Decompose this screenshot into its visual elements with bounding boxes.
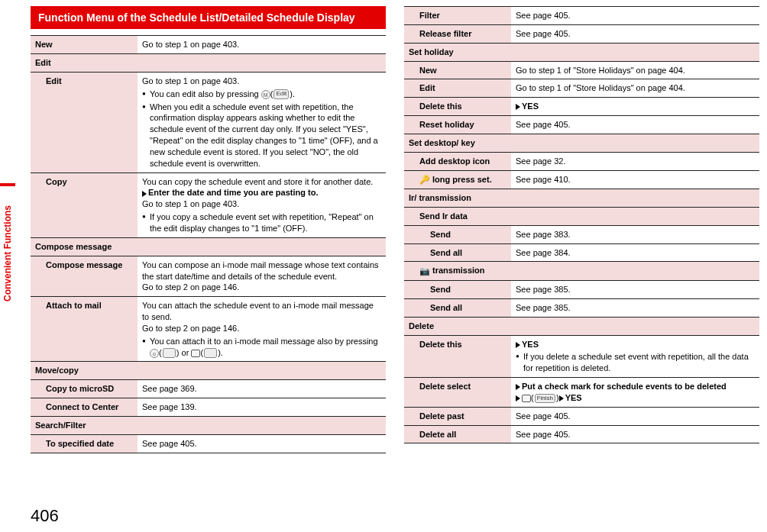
group-delete: Delete bbox=[404, 317, 759, 335]
dthis-yes: YES bbox=[522, 340, 539, 349]
label-hnew: New bbox=[404, 61, 511, 79]
finish-softkey: Finish bbox=[535, 394, 555, 404]
desc-hnew: Go to step 1 of "Store Holidays" on page… bbox=[511, 61, 759, 79]
group-compose: Compose message bbox=[31, 237, 386, 256]
desc-microsd: See page 369. bbox=[138, 380, 386, 398]
side-tab-label: Convenient Functions bbox=[2, 205, 13, 301]
edit-b1a: You can edit also by pressing bbox=[150, 89, 261, 98]
label-connect: Connect to Center bbox=[31, 398, 138, 417]
desc-filter: See page 405. bbox=[511, 7, 759, 25]
dselect-tri1: Put a check mark for schedule events to … bbox=[522, 382, 727, 391]
row-connect: Connect to Center See page 139. bbox=[31, 398, 386, 417]
label-hreset: Reset holiday bbox=[404, 116, 511, 134]
softkey-blank2 bbox=[204, 348, 217, 358]
label-icsend: Send bbox=[404, 281, 511, 299]
triangle-icon bbox=[142, 191, 147, 197]
label-dpast: Delete past bbox=[404, 407, 511, 425]
desc-icsendall: See page 385. bbox=[511, 298, 759, 317]
triangle-icon bbox=[516, 342, 520, 348]
label-irsendall: Send all bbox=[404, 243, 511, 262]
group-ictrans: 📷 transmission bbox=[404, 262, 759, 281]
right-column: Filter See page 405. Release filter See … bbox=[404, 0, 759, 501]
label-attach: Attach to mail bbox=[31, 297, 138, 362]
desc-new: Go to step 1 on page 403. bbox=[138, 36, 386, 54]
longpress-text: long press set. bbox=[430, 175, 492, 184]
attach-or: or bbox=[179, 348, 191, 357]
dthis-bullet: If you delete a schedule set event with … bbox=[516, 351, 755, 374]
label-microsd: Copy to microSD bbox=[31, 380, 138, 398]
group-sendir-label: Send Ir data bbox=[404, 207, 759, 225]
group-edit: Edit bbox=[31, 54, 386, 73]
attach-bullet1: You can attach it to an i-mode mail mess… bbox=[142, 336, 381, 359]
desc-irsendall: See page 384. bbox=[511, 243, 759, 262]
label-longpress: 🔑 long press set. bbox=[404, 170, 511, 189]
row-microsd: Copy to microSD See page 369. bbox=[31, 380, 386, 398]
triangle-icon bbox=[516, 395, 520, 401]
row-dpast: Delete past See page 405. bbox=[404, 407, 759, 425]
group-desktop: Set desktop/ key bbox=[404, 134, 759, 152]
row-irsendall: Send all See page 384. bbox=[404, 243, 759, 262]
triangle-icon bbox=[516, 384, 520, 390]
group-holiday-label: Set holiday bbox=[404, 43, 759, 61]
row-release: Release filter See page 405. bbox=[404, 24, 759, 43]
desc-compose: You can compose an i-mode mail message w… bbox=[138, 256, 386, 297]
mail-key-icon bbox=[191, 350, 200, 357]
group-delete-label: Delete bbox=[404, 317, 759, 335]
row-dthis: Delete this YES If you delete a schedule… bbox=[404, 335, 759, 378]
edit-softkey: Edit bbox=[273, 89, 289, 99]
group-search-label: Search/Filter bbox=[31, 416, 386, 434]
hdelete-yes: YES bbox=[522, 102, 539, 111]
row-attach: Attach to mail You can attach the schedu… bbox=[31, 297, 386, 362]
row-hreset: Reset holiday See page 405. bbox=[404, 116, 759, 134]
key-icon: o bbox=[150, 349, 159, 358]
group-search: Search/Filter bbox=[31, 416, 386, 434]
label-filter: Filter bbox=[404, 7, 511, 25]
desc-copy: You can copy the schedule event and stor… bbox=[138, 172, 386, 237]
row-tospec: To specified date See page 405. bbox=[31, 434, 386, 453]
group-desktop-label: Set desktop/ key bbox=[404, 134, 759, 152]
label-edit: Edit bbox=[31, 72, 138, 172]
desc-release: See page 405. bbox=[511, 24, 759, 43]
copy-line2: Go to step 1 on page 403. bbox=[142, 199, 239, 208]
desc-dpast: See page 405. bbox=[511, 407, 759, 425]
row-new: New Go to step 1 on page 403. bbox=[31, 36, 386, 54]
group-sendir: Send Ir data bbox=[404, 207, 759, 225]
label-dselect: Delete select bbox=[404, 378, 511, 408]
group-compose-label: Compose message bbox=[31, 237, 386, 256]
row-copy: Copy You can copy the schedule event and… bbox=[31, 172, 386, 237]
dselect-yes: YES bbox=[565, 393, 582, 402]
row-dselect: Delete select Put a check mark for sched… bbox=[404, 378, 759, 408]
ictrans-text: transmission bbox=[430, 266, 485, 275]
row-dall: Delete all See page 405. bbox=[404, 425, 759, 443]
ic-icon: 📷 bbox=[419, 266, 430, 277]
label-hedit: Edit bbox=[404, 79, 511, 98]
label-dall: Delete all bbox=[404, 425, 511, 443]
edit-b1b: . bbox=[293, 89, 295, 98]
desc-connect: See page 139. bbox=[138, 398, 386, 417]
row-icsend: Send See page 385. bbox=[404, 281, 759, 299]
row-hdelete: Delete this YES bbox=[404, 98, 759, 116]
row-hnew: New Go to step 1 of "Store Holidays" on … bbox=[404, 61, 759, 79]
edit-bullet1: You can edit also by pressing M(Edit). bbox=[142, 89, 381, 100]
row-icsendall: Send all See page 385. bbox=[404, 298, 759, 317]
side-tab: Convenient Functions bbox=[0, 183, 15, 321]
menu-key-icon: M bbox=[261, 90, 270, 99]
row-hedit: Edit Go to step 1 of "Store Holidays" on… bbox=[404, 79, 759, 98]
edit-line1: Go to step 1 on page 403. bbox=[142, 76, 239, 85]
page-content: Function Menu of the Schedule List/Detai… bbox=[31, 0, 759, 501]
attach-line1: You can attach the schedule event to an … bbox=[142, 301, 374, 321]
label-hdelete: Delete this bbox=[404, 98, 511, 116]
desc-dall: See page 405. bbox=[511, 425, 759, 443]
desc-longpress: See page 410. bbox=[511, 170, 759, 189]
left-column: Function Menu of the Schedule List/Detai… bbox=[31, 0, 386, 501]
desc-attach: You can attach the schedule event to an … bbox=[138, 297, 386, 362]
group-edit-label: Edit bbox=[31, 54, 386, 73]
label-dthis: Delete this bbox=[404, 335, 511, 378]
label-release: Release filter bbox=[404, 24, 511, 43]
edit-bullet2: When you edit a schedule event set with … bbox=[142, 102, 381, 169]
group-holiday: Set holiday bbox=[404, 43, 759, 61]
row-adddesktop: Add desktop icon See page 32. bbox=[404, 152, 759, 170]
right-menu-table: Filter See page 405. Release filter See … bbox=[404, 6, 759, 443]
desc-dthis: YES If you delete a schedule set event w… bbox=[511, 335, 759, 378]
triangle-icon bbox=[516, 104, 520, 110]
